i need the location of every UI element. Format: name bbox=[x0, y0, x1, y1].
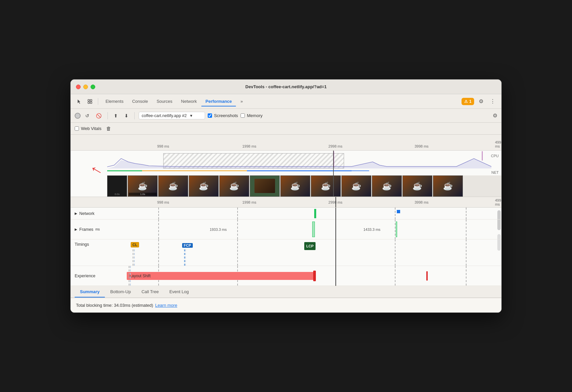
lcp-spike2 bbox=[482, 151, 483, 161]
frames-content: 1933.3 ms 1433.3 ms bbox=[107, 220, 501, 239]
tab-elements[interactable]: Elements bbox=[102, 97, 127, 106]
tab-bottom-up[interactable]: Bottom-Up bbox=[105, 286, 136, 297]
devtools-window: DevTools - coffee-cart.netlify.app/?ad=1… bbox=[70, 79, 502, 313]
dv3 bbox=[395, 208, 395, 219]
toolbar-separator bbox=[98, 98, 98, 105]
download-button[interactable]: ⬇ bbox=[122, 112, 130, 120]
screenshots-checkbox-label[interactable]: Screenshots bbox=[208, 113, 238, 118]
tab-console[interactable]: Console bbox=[128, 97, 152, 106]
lcp-bar: LCP bbox=[304, 242, 316, 250]
thumb-0: 0.0s bbox=[107, 175, 127, 197]
upload-button[interactable]: ⬆ bbox=[112, 112, 120, 120]
maximize-button[interactable] bbox=[91, 85, 95, 89]
lcp-badge: LCP bbox=[306, 244, 314, 248]
tick-998: 998 ms bbox=[157, 144, 169, 148]
fcp-dashed bbox=[184, 249, 185, 266]
timeline-ruler-bottom: 998 ms 1998 ms 2998 ms 3998 ms 4998 ms bbox=[71, 197, 501, 208]
network-blue bbox=[397, 210, 400, 213]
badge-button[interactable]: ⚠ 1 bbox=[462, 98, 474, 105]
thumb-7 bbox=[311, 175, 341, 197]
frames-track: ▶ Frames ms 1933.3 ms 1433.3 ms bbox=[71, 220, 501, 239]
tick2-998: 998 ms bbox=[157, 200, 169, 204]
perf-settings-button[interactable]: ⚙ bbox=[493, 112, 497, 119]
url-selector[interactable]: coffee-cart.netlify.app #2 ▾ bbox=[139, 112, 205, 119]
fcp-dashed2 bbox=[185, 249, 186, 266]
learn-more-link[interactable]: Learn more bbox=[155, 303, 177, 308]
frame-time2: 1433.3 ms bbox=[363, 228, 380, 231]
svg-rect-2 bbox=[88, 102, 90, 103]
tick-2998: 2998 ms bbox=[328, 144, 342, 148]
frames-label: ▶ Frames ms bbox=[71, 227, 107, 232]
inspect-button[interactable] bbox=[85, 98, 95, 105]
reload-button[interactable]: ↺ bbox=[83, 112, 91, 120]
exp-red-tick bbox=[426, 271, 428, 281]
thumb-3 bbox=[189, 175, 219, 197]
sep2 bbox=[107, 112, 108, 119]
net-chart bbox=[107, 168, 491, 173]
memory-checkbox[interactable] bbox=[241, 113, 245, 118]
tab-performance[interactable]: Performance bbox=[201, 97, 236, 106]
layout-shift-bar: Layout Shift bbox=[127, 272, 314, 280]
dv4 bbox=[466, 208, 466, 219]
dv1 bbox=[158, 208, 159, 219]
timings-content: CL FCP LCP bbox=[107, 239, 501, 266]
cl-badge: CL bbox=[131, 242, 139, 247]
tab-list: Elements Console Sources Network Perform… bbox=[102, 97, 460, 106]
thumb-coffee-3 bbox=[189, 176, 218, 196]
thumb-coffee-8 bbox=[342, 176, 371, 196]
title-bar: DevTools - coffee-cart.netlify.app/?ad=1 bbox=[71, 80, 501, 94]
webvitals-checkbox[interactable] bbox=[75, 126, 79, 131]
svg-rect-0 bbox=[88, 99, 90, 101]
tab-network[interactable]: Network bbox=[177, 97, 201, 106]
cl-dashed2 bbox=[134, 249, 135, 266]
status-text: Total blocking time: 34.03ms (estimated) bbox=[76, 303, 153, 308]
clear-button[interactable]: 🚫 bbox=[94, 112, 104, 120]
timings-label: Timings bbox=[71, 239, 107, 247]
thumb-coffee-4 bbox=[220, 176, 249, 196]
cursor-tool-button[interactable] bbox=[75, 98, 84, 105]
fdv4 bbox=[466, 220, 466, 239]
thumb-11 bbox=[433, 175, 463, 197]
more-button[interactable]: ⋮ bbox=[488, 97, 497, 106]
close-button[interactable] bbox=[76, 85, 81, 89]
dv2 bbox=[237, 208, 238, 219]
window-title: DevTools - coffee-cart.netlify.app/?ad=1 bbox=[246, 84, 327, 89]
tab-sources[interactable]: Sources bbox=[153, 97, 177, 106]
thumb-coffee-9 bbox=[372, 176, 401, 196]
ruler2-cursor bbox=[335, 197, 336, 207]
webvitals-checkbox-label[interactable]: Web Vitals bbox=[75, 126, 102, 131]
screenshots-checkbox[interactable] bbox=[208, 113, 212, 118]
svg-rect-1 bbox=[90, 99, 92, 101]
overview-section: 998 ms 1998 ms 2998 ms 3998 ms 4998 ms C… bbox=[71, 135, 501, 197]
dropdown-icon: ▾ bbox=[190, 113, 192, 118]
tdv1 bbox=[158, 239, 159, 266]
cursor-icon bbox=[77, 99, 82, 104]
red-arrow-annotation: ← bbox=[85, 158, 108, 182]
record-button[interactable] bbox=[75, 113, 81, 119]
delete-webvitals-button[interactable]: 🗑 bbox=[104, 124, 113, 133]
thumb-9 bbox=[372, 175, 402, 197]
expand-icon-frames[interactable]: ▶ bbox=[75, 228, 77, 231]
record-toolbar: ↺ 🚫 ⬆ ⬇ coffee-cart.netlify.app #2 ▾ Scr… bbox=[71, 109, 501, 123]
frame-time1: 1933.3 ms bbox=[210, 228, 227, 231]
tab-summary[interactable]: Summary bbox=[75, 286, 105, 297]
expand-icon-network[interactable]: ▶ bbox=[75, 212, 77, 215]
tab-event-log[interactable]: Event Log bbox=[164, 286, 194, 297]
settings-button[interactable]: ⚙ bbox=[477, 97, 485, 106]
frame-marker bbox=[312, 222, 315, 237]
network-label-text: Network bbox=[79, 211, 95, 216]
svg-rect-3 bbox=[90, 102, 92, 103]
screenshots-label: Screenshots bbox=[214, 113, 238, 118]
tab-more[interactable]: » bbox=[237, 97, 247, 106]
thumb-6 bbox=[280, 175, 310, 197]
experience-label-text: Experience bbox=[75, 274, 96, 278]
network-label: ▶ Network bbox=[71, 211, 107, 216]
cpu-chart bbox=[107, 152, 491, 168]
minimize-button[interactable] bbox=[83, 85, 88, 89]
experience-content: Layout Shift bbox=[107, 266, 501, 286]
status-bar: Total blocking time: 34.03ms (estimated)… bbox=[71, 298, 501, 312]
experience-label: Experience bbox=[71, 274, 107, 278]
tab-call-tree[interactable]: Call Tree bbox=[136, 286, 164, 297]
edv4 bbox=[466, 266, 466, 286]
memory-checkbox-label[interactable]: Memory bbox=[241, 113, 262, 118]
